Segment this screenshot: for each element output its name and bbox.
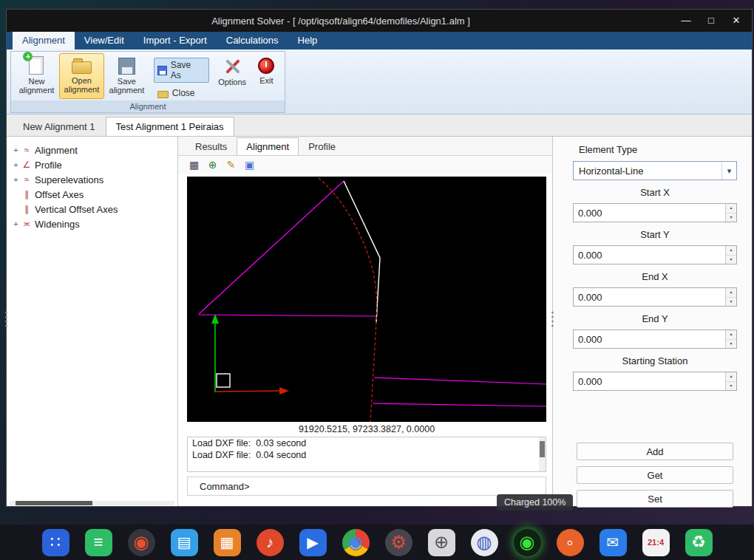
spinner-up-icon[interactable]: ▴ <box>726 330 736 340</box>
envelope-icon: ✉ <box>607 533 619 551</box>
taskbar-search-tool[interactable]: ⊕ <box>428 529 455 556</box>
taskbar-chrome-browser[interactable]: ◉ <box>342 529 370 556</box>
taskbar-file-manager[interactable]: ▤ <box>171 529 198 556</box>
tree-item-profile[interactable]: + ∠ Profile <box>7 157 177 172</box>
software-store-icon: ▦ <box>220 533 234 551</box>
viewer-tab-bar: Results Alignment Profile <box>178 137 552 156</box>
tree-item-offset-axes[interactable]: ∥ Offset Axes <box>7 187 177 202</box>
save-as-button[interactable]: Save As <box>154 58 209 83</box>
new-alignment-button[interactable]: + New alignment <box>14 53 59 99</box>
element-type-select[interactable]: Horizontal-Line ▾ <box>573 161 737 180</box>
spinner-up-icon[interactable]: ▴ <box>726 372 736 382</box>
taskbar-messenger[interactable]: ≡ <box>85 529 112 556</box>
start-x-label: Start X <box>573 187 737 198</box>
title-bar[interactable]: Alignment Solver - [ /opt/iqsoft/align64… <box>7 10 752 32</box>
ubuntu-icon: ◦ <box>566 531 573 554</box>
tree-item-superelevations[interactable]: + ≈ Superelevations <box>7 172 177 187</box>
menu-tab-help[interactable]: Help <box>288 32 327 49</box>
spinner-down-icon[interactable]: ▾ <box>726 256 736 264</box>
taskbar-music-player[interactable]: ♪ <box>257 529 284 556</box>
play-icon: ▶ <box>307 533 318 551</box>
open-folder-icon <box>72 61 92 74</box>
taskbar-system-cleaner[interactable]: ♻ <box>685 529 713 556</box>
splitter-grip-center[interactable] <box>551 310 554 329</box>
close-folder-icon <box>157 91 169 98</box>
recycle-icon: ♻ <box>691 533 706 552</box>
viewer-tab-results[interactable]: Results <box>186 137 237 155</box>
scrollbar-thumb[interactable] <box>16 501 92 505</box>
taskbar-settings[interactable]: ⚙ <box>385 529 412 556</box>
spinner-down-icon[interactable]: ▾ <box>726 298 736 307</box>
vertical-offset-axes-icon: ∥ <box>21 204 33 214</box>
tree-item-vertical-offset-axes[interactable]: ∥ Vertical Offset Axes <box>7 202 177 216</box>
tree-horizontal-scrollbar[interactable] <box>10 501 174 505</box>
ribbon-group-alignment: + New alignment Open alignment Save alig… <box>10 51 285 113</box>
log-scrollbar[interactable] <box>539 437 546 471</box>
starting-station-input[interactable] <box>574 372 725 390</box>
add-button[interactable]: Add <box>577 443 733 460</box>
viewer-tab-alignment[interactable]: Alignment <box>237 137 299 155</box>
doc-tab-test-alignment-peiraias[interactable]: Test Alignment 1 Peiraias <box>106 117 234 136</box>
end-x-input[interactable] <box>574 288 725 306</box>
edit-pencil-icon[interactable]: ✎ <box>224 158 238 172</box>
spinner-down-icon[interactable]: ▾ <box>726 340 736 349</box>
tree-item-alignment[interactable]: + ≈ Alignment <box>7 143 177 157</box>
exit-button[interactable]: Exit <box>251 53 282 99</box>
taskbar-mail-calendar[interactable]: ✉ <box>600 529 627 556</box>
expander-icon[interactable]: + <box>11 160 21 169</box>
command-bar: Command> <box>187 477 546 496</box>
taskbar-software-store[interactable]: ▦ <box>214 529 241 556</box>
taskbar-web-globe[interactable]: ◍ <box>471 529 498 556</box>
close-button[interactable]: ✕ <box>725 13 747 29</box>
start-y-label: Start Y <box>573 229 737 240</box>
taskbar-app-launcher[interactable]: ∷ <box>42 529 69 556</box>
menu-bar: Alignment View/Edit Import - Export Calc… <box>7 32 752 49</box>
get-button[interactable]: Get <box>577 466 733 484</box>
start-x-input[interactable] <box>574 204 725 222</box>
project-tree-panel: + ≈ Alignment + ∠ Profile + ≈ Supereleva… <box>7 137 178 506</box>
save-view-icon[interactable]: ▣ <box>242 158 257 172</box>
expander-icon[interactable]: + <box>11 175 21 184</box>
end-y-input[interactable] <box>574 330 725 348</box>
close-file-button[interactable]: Close <box>154 86 209 100</box>
tree-item-widenings[interactable]: + ≍ Widenings <box>7 216 177 231</box>
save-alignment-button[interactable]: Save alignment <box>104 53 149 99</box>
spinner-up-icon[interactable]: ▴ <box>726 246 736 256</box>
taskbar-media-player[interactable]: ◉ <box>128 529 155 556</box>
expander-icon[interactable]: + <box>11 219 21 228</box>
set-button[interactable]: Set <box>577 490 733 508</box>
music-note-icon: ♪ <box>266 534 274 551</box>
maximize-button[interactable]: □ <box>700 13 722 29</box>
taskbar-video-player[interactable]: ▶ <box>299 529 327 556</box>
grid-icon[interactable]: ▦ <box>187 158 201 172</box>
spinner-up-icon[interactable]: ▴ <box>726 288 736 298</box>
spinner-down-icon[interactable]: ▾ <box>726 214 736 222</box>
battery-tooltip: Charged 100% <box>497 494 573 511</box>
app-window: Alignment Solver - [ /opt/iqsoft/align64… <box>6 9 753 507</box>
spinner-up-icon[interactable]: ▴ <box>726 204 736 214</box>
scrollbar-thumb[interactable] <box>540 441 545 457</box>
drawing-canvas[interactable] <box>187 177 546 422</box>
taskbar-power-monitor[interactable]: ◉ <box>514 529 541 556</box>
minimize-button[interactable]: — <box>675 13 697 29</box>
expander-icon[interactable]: + <box>11 146 21 154</box>
viewer-panel: Results Alignment Profile ▦ ⊕ ✎ ▣ <box>178 137 553 506</box>
ribbon: + New alignment Open alignment Save alig… <box>7 49 752 115</box>
menu-tab-calculations[interactable]: Calculations <box>217 32 288 49</box>
menu-tab-view-edit[interactable]: View/Edit <box>75 32 134 49</box>
command-input[interactable] <box>250 481 546 492</box>
clock-icon: 21:4 <box>648 538 664 547</box>
taskbar-ubuntu-software[interactable]: ◦ <box>557 529 584 556</box>
menu-tab-import-export[interactable]: Import - Export <box>134 32 217 49</box>
menu-tab-alignment[interactable]: Alignment <box>13 32 75 49</box>
splitter-grip-left[interactable] <box>4 310 8 329</box>
doc-tab-new-alignment-1[interactable]: New Alignment 1 <box>13 117 106 136</box>
taskbar-clock[interactable]: 21:4 <box>642 529 670 556</box>
options-button[interactable]: Options <box>214 53 251 99</box>
save-as-icon <box>157 66 167 75</box>
start-y-input[interactable] <box>574 246 725 264</box>
zoom-icon[interactable]: ⊕ <box>206 158 220 172</box>
viewer-tab-profile[interactable]: Profile <box>299 137 345 155</box>
spinner-down-icon[interactable]: ▾ <box>726 382 736 391</box>
open-alignment-button[interactable]: Open alignment <box>59 53 104 99</box>
